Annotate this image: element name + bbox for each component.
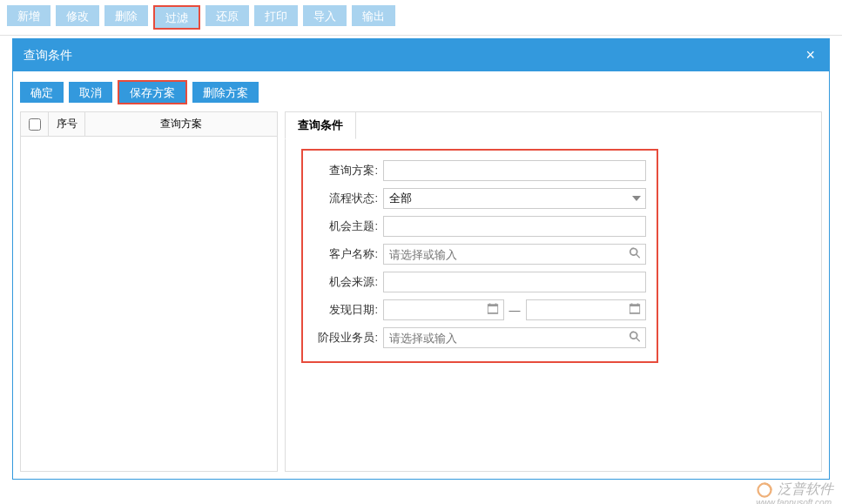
- customer-input[interactable]: [383, 244, 646, 265]
- salesman-label: 阶段业务员:: [313, 330, 383, 346]
- plan-list-body: [21, 137, 277, 471]
- close-icon[interactable]: ×: [802, 46, 818, 64]
- date-from-input[interactable]: [383, 299, 504, 320]
- delete-plan-button[interactable]: 删除方案: [192, 82, 259, 103]
- select-all-cell: [21, 112, 49, 136]
- filter-button[interactable]: 过滤: [155, 7, 199, 28]
- import-button[interactable]: 导入: [303, 5, 347, 26]
- watermark-url: www.fanpusoft.com: [756, 498, 832, 504]
- plan-list-header: 序号 查询方案: [21, 112, 277, 137]
- seq-header: 序号: [49, 112, 85, 136]
- add-button[interactable]: 新增: [7, 5, 51, 26]
- filter-highlight: 过滤: [153, 5, 200, 30]
- query-modal: 查询条件 × 确定 取消 保存方案 删除方案 序号 查询方案 查询条件: [12, 38, 830, 480]
- save-plan-highlight: 保存方案: [118, 80, 187, 104]
- subject-input[interactable]: [383, 216, 646, 237]
- status-select[interactable]: [383, 188, 646, 209]
- delete-button[interactable]: 删除: [104, 5, 148, 26]
- cancel-button[interactable]: 取消: [69, 82, 112, 103]
- plan-label: 查询方案:: [313, 163, 383, 178]
- subject-label: 机会主题:: [313, 218, 383, 234]
- date-separator: —: [509, 304, 521, 317]
- modal-header: 查询条件 ×: [13, 39, 829, 71]
- plan-list-panel: 序号 查询方案: [20, 111, 278, 472]
- status-label: 流程状态:: [313, 191, 383, 206]
- watermark: 泛普软件: [757, 480, 833, 499]
- ok-button[interactable]: 确定: [20, 82, 64, 103]
- select-all-checkbox[interactable]: [29, 118, 41, 131]
- edit-button[interactable]: 修改: [56, 5, 99, 26]
- print-button[interactable]: 打印: [254, 5, 298, 26]
- restore-button[interactable]: 还原: [205, 5, 249, 26]
- customer-label: 客户名称:: [313, 246, 383, 262]
- top-toolbar: 新增 修改 删除 过滤 还原 打印 导入 输出: [0, 0, 842, 36]
- modal-body: 序号 查询方案 查询条件 查询方案:: [13, 111, 829, 479]
- status-value[interactable]: [383, 188, 646, 209]
- save-plan-button[interactable]: 保存方案: [119, 82, 185, 103]
- plan-header: 查询方案: [85, 112, 277, 136]
- modal-title: 查询条件: [24, 48, 72, 64]
- date-label: 发现日期:: [313, 302, 383, 318]
- export-button[interactable]: 输出: [352, 5, 395, 26]
- modal-toolbar: 确定 取消 保存方案 删除方案: [13, 71, 829, 111]
- form-highlight-area: 查询方案: 流程状态:: [301, 149, 658, 363]
- source-label: 机会来源:: [313, 274, 383, 290]
- condition-panel: 查询条件 查询方案: 流程状态:: [285, 111, 822, 472]
- logo-icon: [757, 482, 772, 498]
- date-to-input[interactable]: [526, 299, 647, 320]
- tab-conditions[interactable]: 查询条件: [285, 111, 356, 139]
- salesman-input[interactable]: [383, 327, 646, 348]
- watermark-brand: 泛普软件: [778, 480, 833, 499]
- plan-input[interactable]: [383, 160, 646, 181]
- source-input[interactable]: [383, 272, 646, 292]
